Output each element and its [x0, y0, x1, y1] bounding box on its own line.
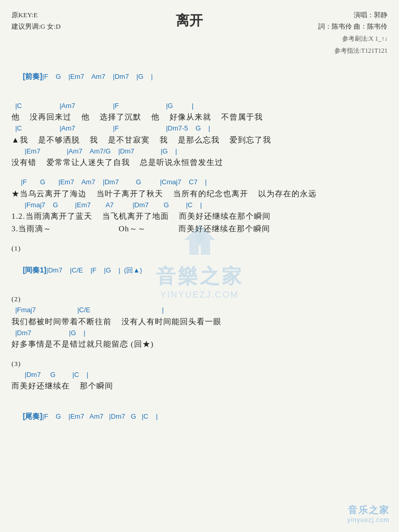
interlude1-label: [间奏1]: [23, 266, 46, 274]
verse1-chord3: |Em7 |Am7 Am7/G |Dm7 |G |: [11, 146, 388, 157]
header-left: 原KEY:E 建议男调:G 女:D: [11, 9, 61, 32]
chorus-lyric2b: 3.当雨滴～ Oh～～ 而美好还继续在那个瞬间: [11, 222, 388, 235]
verse2-lyric2: 好多事情是不是错过就只能留恋 (回★): [11, 338, 388, 350]
suggestion-info: 建议男调:G 女:D: [11, 21, 61, 32]
fingering-tip: 参考指法:T121T121: [318, 45, 388, 56]
prelude-label: [前奏]: [23, 72, 42, 80]
outro-section: [尾奏]|F G |Em7 Am7 |Dm7 G |C |: [11, 400, 388, 432]
chorus-chord1: |F G |Em7 Am7 |Dm7 G |Cmaj7 C7 |: [11, 177, 388, 187]
outro-chord-text: |F G |Em7 Am7 |Dm7 G |C |: [42, 412, 158, 420]
verse3-section: (3) |Dm7 G |C | 而美好还继续在 那个瞬间: [11, 359, 388, 392]
strum-tip: 参考刷法:X 1_↑↓: [318, 33, 388, 44]
interlude1-chords: [间奏1]|Dm7 |C/E |F |G | (回▲): [11, 254, 388, 286]
interlude1-chord-text: |Dm7 |C/E |F |G | (回▲): [46, 266, 142, 274]
verse1-chord2: |C |Am7 |F |Dm7-5 G |: [11, 123, 388, 134]
interlude1-section: (1) [间奏1]|Dm7 |C/E |F |G | (回▲): [11, 243, 388, 286]
verse2-section: (2) |Fmaj7 |C/E | 我们都被时间带着不断往前 没有人有时间能回头…: [11, 294, 388, 350]
page: 原KEY:E 建议男调:G 女:D 离开 演唱：郭静 詞：陈韦伶 曲：陈韦伶 参…: [0, 0, 399, 532]
key-info: 原KEY:E: [11, 9, 61, 21]
verse3-chord1: |Dm7 G |C |: [11, 370, 388, 380]
footer-cn: 音乐之家: [347, 504, 390, 516]
lyricist-info: 詞：陈韦伶 曲：陈韦伶: [318, 21, 388, 32]
outro-label: [尾奏]: [23, 412, 42, 420]
verse1-section: |C |Am7 |F |G | 他 没再回来过 他 选择了沉默 他 好像从来就 …: [11, 101, 388, 169]
verse1-lyric2: ▲我 是不够洒脱 我 是不甘寂寞 我 是那么忘我 爱到忘了我: [11, 134, 388, 146]
outro-chords: [尾奏]|F G |Em7 Am7 |Dm7 G |C |: [11, 400, 388, 432]
chorus-chord2: |Fmaj7 G |Em7 A7 |Dm7 G |C |: [11, 200, 388, 210]
chorus-lyric1: ★当乌云离开了海边 当叶子离开了秋天 当所有的纪念也离开 以为存在的永远: [11, 187, 388, 200]
song-title: 离开: [61, 9, 318, 30]
singer-info: 演唱：郭静: [318, 9, 388, 21]
verse1-lyric1: 他 没再回来过 他 选择了沉默 他 好像从来就 不曾属于我: [11, 111, 388, 123]
chorus-lyric2: 1.2.当雨滴离开了蓝天 当飞机离开了地面 而美好还继续在那个瞬间: [11, 210, 388, 222]
prelude-section: [前奏]|F G |Em7 Am7 |Dm7 |G |: [11, 61, 388, 92]
verse3-marker: (3): [11, 359, 388, 370]
chorus-section: |F G |Em7 Am7 |Dm7 G |Cmaj7 C7 | ★当乌云离开了…: [11, 177, 388, 235]
interlude1-marker: (1): [11, 243, 388, 254]
verse2-lyric1: 我们都被时间带着不断往前 没有人有时间能回头看一眼: [11, 315, 388, 328]
verse3-lyric1: 而美好还继续在 那个瞬间: [11, 380, 388, 392]
prelude-chords: [前奏]|F G |Em7 Am7 |Dm7 |G |: [11, 61, 388, 92]
header-right: 演唱：郭静 詞：陈韦伶 曲：陈韦伶 参考刷法:X 1_↑↓ 参考指法:T121T…: [318, 9, 388, 56]
prelude-chord-text: |F G |Em7 Am7 |Dm7 |G |: [42, 73, 153, 80]
verse2-marker: (2): [11, 294, 388, 305]
verse2-chord1: |Fmaj7 |C/E |: [11, 305, 388, 315]
verse1-chord1: |C |Am7 |F |G |: [11, 101, 388, 111]
verse2-chord2: |Dm7 |G |: [11, 328, 388, 338]
footer-en: yinyuezj.com: [347, 516, 390, 524]
header: 原KEY:E 建议男调:G 女:D 离开 演唱：郭静 詞：陈韦伶 曲：陈韦伶 参…: [11, 9, 388, 56]
verse1-lyric3: 没有错 爱常常让人迷失了自我 总是听说永恒曾发生过: [11, 156, 388, 169]
footer-watermark: 音乐之家 yinyuezj.com: [347, 504, 390, 524]
